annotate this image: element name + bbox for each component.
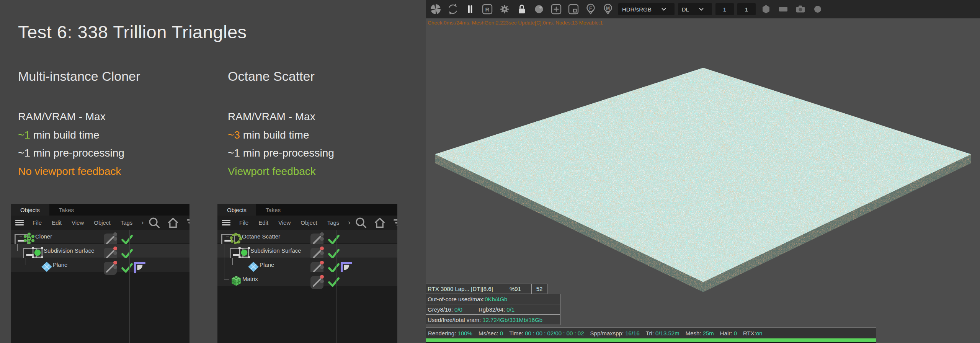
tab-objects[interactable]: Objects <box>217 204 256 216</box>
live-viewer-toolbar: RFMHDR/sRGBDL11 <box>426 0 980 18</box>
hexagon-icon[interactable] <box>759 2 773 16</box>
material-pick-icon[interactable]: M <box>601 2 615 16</box>
object-row-subdivision-surface[interactable]: Subdivision Surface <box>217 244 397 258</box>
feedback-line: Viewport feedback <box>228 162 334 181</box>
tab-bar: ObjectsTakes <box>11 204 189 216</box>
phong-tag-icon[interactable] <box>133 261 147 276</box>
status-label: Ms/sec: <box>479 330 500 336</box>
render-progress-fill <box>426 338 876 342</box>
object-manager-panel: ObjectsTakesFileEditViewObjectTags›Clone… <box>11 204 189 343</box>
subframe-icon[interactable] <box>567 2 580 16</box>
check-icon[interactable] <box>120 261 134 276</box>
tree-line <box>20 237 22 237</box>
filter-icon[interactable] <box>392 216 397 230</box>
slab-top-face <box>435 68 972 283</box>
svg-text:F: F <box>589 6 592 11</box>
column-heading: Octane Scatter <box>228 69 334 84</box>
object-row-plane[interactable]: Plane <box>217 258 397 272</box>
tab-objects[interactable]: Objects <box>11 204 49 216</box>
menu-overflow-chevron[interactable]: › <box>137 219 147 227</box>
display-mode-dropdown[interactable]: HDR/sRGB <box>618 3 675 15</box>
tree-line <box>226 237 229 237</box>
object-label: Octane Scatter <box>242 230 280 243</box>
menu-item-view[interactable]: View <box>273 219 296 226</box>
build-time-line: ~1 min build time <box>18 126 140 144</box>
menu-item-file[interactable]: File <box>234 219 253 226</box>
out-of-core-row: Out-of-core used/max:0Kb/4Gb <box>426 294 560 304</box>
object-label: Matrix <box>242 272 258 286</box>
menu-item-object[interactable]: Object <box>296 219 322 226</box>
menu-item-tags[interactable]: Tags <box>116 219 138 226</box>
object-row-subdivision-surface[interactable]: Subdivision Surface <box>11 244 189 258</box>
check-icon[interactable] <box>327 275 341 290</box>
hamburger-icon[interactable] <box>15 220 24 225</box>
object-row-plane[interactable]: Plane <box>11 258 189 272</box>
menu-item-object[interactable]: Object <box>89 219 115 226</box>
region-add-icon[interactable] <box>549 2 563 16</box>
status-label: Time: <box>509 330 525 336</box>
render-sphere-icon[interactable] <box>532 2 546 16</box>
object-row-octane-scatter[interactable]: Octane Scatter <box>217 230 397 244</box>
object-row-cloner[interactable]: Cloner <box>11 230 189 244</box>
status-spp-maxspp-: Spp/maxspp: 16/16 <box>590 330 640 336</box>
tree-line <box>232 265 247 265</box>
plane-icon <box>40 260 50 270</box>
restart-icon[interactable]: R <box>480 2 494 16</box>
tab-takes[interactable]: Takes <box>256 204 290 216</box>
focus-pick-icon[interactable]: F <box>584 2 598 16</box>
gear-icon[interactable] <box>498 2 511 16</box>
filter-icon[interactable] <box>185 216 189 230</box>
status-value: 0/13.52m <box>655 330 679 336</box>
bucket-field[interactable]: 1 <box>737 3 756 15</box>
search-icon[interactable] <box>147 216 161 230</box>
buffers-row: Grey8/16: 0/0 Rgb32/64: 0/1 <box>426 304 560 315</box>
status-label: Tri: <box>646 330 655 336</box>
render-progress-bar <box>426 338 876 342</box>
object-row-matrix[interactable]: Matrix <box>217 272 397 286</box>
home-icon[interactable] <box>373 216 387 230</box>
object-label: Plane <box>260 258 274 271</box>
octane-logo-icon[interactable] <box>429 2 443 16</box>
menu-overflow-chevron[interactable]: › <box>344 219 354 227</box>
ram-line: RAM/VRAM - Max <box>18 108 140 126</box>
menu-item-view[interactable]: View <box>67 219 89 226</box>
grey-value: 0/0 <box>454 306 462 313</box>
tree-line <box>17 251 23 251</box>
tab-takes[interactable]: Takes <box>49 204 83 216</box>
cloner-icon <box>22 232 32 242</box>
slab-icon[interactable] <box>776 2 790 16</box>
gpu-utilization: %91 <box>499 284 532 294</box>
gpu-stats-panel: RTX 3080 Lap... [DT][8.6] %91 52 Out-of-… <box>426 284 560 325</box>
ball-icon[interactable] <box>811 2 825 16</box>
menu-item-edit[interactable]: Edit <box>47 219 67 226</box>
hamburger-icon[interactable] <box>222 220 230 225</box>
ram-line: RAM/VRAM - Max <box>228 108 334 126</box>
tree-line <box>224 258 224 272</box>
build-time-rest: min build time <box>240 129 309 141</box>
menu-item-tags[interactable]: Tags <box>322 219 345 226</box>
refresh-icon[interactable] <box>446 2 460 16</box>
render-mode-dropdown[interactable]: DL <box>678 3 712 15</box>
rgb-label: Rgb32/64: <box>479 306 506 313</box>
object-label: Subdivision Surface <box>44 244 95 257</box>
menu-item-edit[interactable]: Edit <box>253 219 273 226</box>
object-label: Subdivision Surface <box>250 244 301 257</box>
chevron-down-icon <box>694 8 708 11</box>
pause-icon[interactable] <box>463 2 477 16</box>
svg-text:M: M <box>606 6 610 11</box>
out-of-core-value: 0Kb/4Gb <box>485 296 507 302</box>
tree-line <box>232 258 233 265</box>
rgb-value: 0/1 <box>506 306 514 313</box>
search-icon[interactable] <box>354 216 368 230</box>
display-mode-dropdown-label: HDR/sRGB <box>622 6 652 13</box>
status-value: on <box>756 330 763 336</box>
chevron-down-icon <box>657 8 671 11</box>
menu-item-file[interactable]: File <box>28 219 47 226</box>
lock-icon[interactable] <box>515 2 529 16</box>
build-time-line: ~3 min build time <box>228 126 334 144</box>
tree-line <box>26 258 26 265</box>
home-icon[interactable] <box>166 216 180 230</box>
camera-icon[interactable] <box>794 2 807 16</box>
build-time-accent: ~1 <box>18 129 30 141</box>
clay-field[interactable]: 1 <box>715 3 734 15</box>
